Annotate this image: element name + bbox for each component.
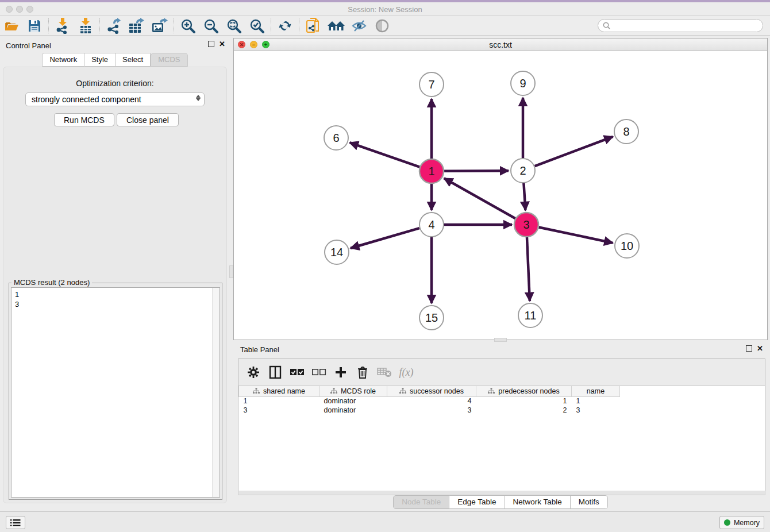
float-table-panel-icon[interactable] bbox=[746, 345, 752, 352]
hide-eye-icon[interactable] bbox=[348, 17, 371, 34]
table-header-row: shared name MCDS role successor nodes pr… bbox=[239, 386, 765, 396]
export-table-icon[interactable] bbox=[125, 17, 148, 34]
network-graph[interactable]: 7968124314101511 bbox=[234, 51, 767, 340]
delete-table-icon[interactable] bbox=[376, 364, 392, 381]
toolbar-separator bbox=[174, 18, 174, 33]
graph-node-label-1: 1 bbox=[428, 165, 434, 178]
column-header-successor-nodes[interactable]: successor nodes bbox=[387, 386, 476, 396]
search-box[interactable] bbox=[598, 19, 763, 32]
task-history-button[interactable] bbox=[6, 516, 25, 529]
run-mcds-button[interactable]: Run MCDS bbox=[54, 113, 114, 126]
column-type-icon bbox=[253, 388, 260, 394]
titlebar: Session: New Session bbox=[0, 2, 770, 16]
toolbar-separator bbox=[99, 18, 100, 33]
graph-node-label-10: 10 bbox=[621, 240, 633, 252]
graph-edge-2-3[interactable] bbox=[523, 183, 525, 210]
add-row-icon[interactable] bbox=[333, 364, 349, 381]
mcds-result-group: MCDS result (2 nodes) 1 3 bbox=[9, 283, 222, 500]
import-table-icon[interactable] bbox=[74, 17, 97, 34]
zoom-in-icon[interactable] bbox=[176, 17, 199, 34]
criterion-select[interactable]: strongly connected component bbox=[25, 92, 205, 106]
table-tabs: Node TableEdge TableNetwork TableMotifs bbox=[233, 495, 768, 509]
search-input[interactable] bbox=[613, 22, 763, 30]
refresh-icon[interactable] bbox=[274, 17, 297, 34]
deselect-all-icon[interactable] bbox=[311, 364, 327, 381]
table-row[interactable]: 1 dominator 4 1 1 bbox=[239, 396, 765, 406]
graph-node-label-6: 6 bbox=[333, 132, 339, 144]
close-table-panel-icon[interactable]: ✕ bbox=[757, 345, 763, 352]
tab-network[interactable]: Network bbox=[42, 53, 84, 67]
toolbar-separator bbox=[299, 18, 299, 33]
tab-motifs[interactable]: Motifs bbox=[571, 495, 608, 509]
column-header-name[interactable]: name bbox=[572, 386, 620, 396]
zoom-selected-icon[interactable] bbox=[245, 17, 268, 34]
task-list-icon bbox=[10, 519, 21, 527]
duplicate-network-icon[interactable] bbox=[302, 17, 325, 34]
graph-node-label-4: 4 bbox=[428, 218, 434, 231]
import-network-icon[interactable] bbox=[51, 17, 74, 34]
graph-edge-4-14[interactable] bbox=[351, 228, 419, 248]
result-scrollbar[interactable] bbox=[212, 288, 220, 497]
show-eye-icon[interactable] bbox=[371, 17, 394, 34]
column-header-predecessor-nodes[interactable]: predecessor nodes bbox=[476, 386, 572, 396]
network-titlebar[interactable]: ✕ − + scc.txt bbox=[234, 38, 767, 51]
function-builder-icon[interactable]: f(x) bbox=[398, 364, 414, 381]
toolbar-separator bbox=[48, 18, 49, 33]
graph-node-label-8: 8 bbox=[623, 125, 629, 138]
graph-node-label-11: 11 bbox=[525, 309, 537, 322]
tab-node-table[interactable]: Node Table bbox=[393, 495, 449, 509]
tab-mcds[interactable]: MCDS bbox=[151, 53, 187, 67]
graph-edge-1-2[interactable] bbox=[444, 171, 509, 171]
memory-button[interactable]: Memory bbox=[719, 516, 764, 529]
network-canvas[interactable]: 7968124314101511 bbox=[234, 51, 767, 340]
tab-select[interactable]: Select bbox=[116, 53, 151, 67]
tab-edge-table[interactable]: Edge Table bbox=[449, 495, 505, 509]
control-panel-title: Control Panel bbox=[6, 41, 51, 50]
table-row[interactable]: 3 dominator 3 2 3 bbox=[239, 406, 765, 415]
export-network-icon[interactable] bbox=[102, 17, 125, 34]
zoom-out-icon[interactable] bbox=[199, 17, 222, 34]
open-session-icon[interactable] bbox=[0, 17, 23, 34]
settings-gear-icon[interactable] bbox=[245, 364, 261, 381]
memory-status-icon bbox=[724, 519, 730, 526]
float-panel-icon[interactable] bbox=[208, 41, 214, 47]
select-stepper-icon bbox=[196, 95, 201, 101]
graph-node-label-2: 2 bbox=[519, 164, 526, 177]
vertical-splitter-handle[interactable] bbox=[229, 265, 233, 278]
column-header-shared-name[interactable]: shared name bbox=[239, 386, 319, 396]
mcds-panel-body: Optimization criterion: strongly connect… bbox=[3, 67, 227, 503]
close-panel-button[interactable]: Close panel bbox=[117, 113, 179, 126]
column-type-icon bbox=[488, 388, 495, 394]
network-window: ✕ − + scc.txt 7968124314101511 bbox=[233, 38, 768, 340]
column-header-mcds-role[interactable]: MCDS role bbox=[319, 386, 387, 396]
tab-network-table[interactable]: Network Table bbox=[505, 495, 571, 509]
home-icon[interactable] bbox=[325, 17, 348, 34]
graph-edge-3-1[interactable] bbox=[444, 178, 515, 218]
graph-edge-1-6[interactable] bbox=[350, 142, 420, 167]
toolbar-separator bbox=[271, 18, 271, 33]
main-toolbar bbox=[0, 16, 770, 36]
horizontal-splitter-handle[interactable] bbox=[494, 338, 507, 342]
column-chooser-icon[interactable] bbox=[267, 364, 283, 381]
criterion-value: strongly connected component bbox=[32, 95, 141, 104]
header-filler bbox=[620, 386, 765, 396]
network-title: scc.txt bbox=[234, 40, 767, 49]
control-panel: Control Panel ✕ NetworkStyleSelectMCDS O… bbox=[0, 38, 230, 506]
delete-row-icon[interactable] bbox=[355, 364, 371, 381]
column-type-icon bbox=[399, 388, 406, 394]
zoom-fit-icon[interactable] bbox=[222, 17, 245, 34]
window-title: Session: New Session bbox=[0, 5, 770, 14]
table-bottom-strip bbox=[238, 491, 765, 495]
save-session-icon[interactable] bbox=[23, 17, 46, 34]
graph-node-label-14: 14 bbox=[330, 246, 343, 259]
graph-edge-2-8[interactable] bbox=[535, 137, 613, 166]
mcds-result-title: MCDS result (2 nodes) bbox=[11, 278, 92, 287]
table-panel: Table Panel ✕ bbox=[233, 342, 768, 510]
graph-edge-3-10[interactable] bbox=[539, 228, 613, 243]
graph-edge-3-11[interactable] bbox=[527, 237, 530, 301]
export-image-icon[interactable] bbox=[148, 17, 171, 34]
mcds-result-text[interactable]: 1 3 bbox=[11, 287, 220, 498]
select-all-icon[interactable] bbox=[289, 364, 305, 381]
close-panel-icon[interactable]: ✕ bbox=[219, 41, 225, 47]
tab-style[interactable]: Style bbox=[84, 53, 116, 67]
